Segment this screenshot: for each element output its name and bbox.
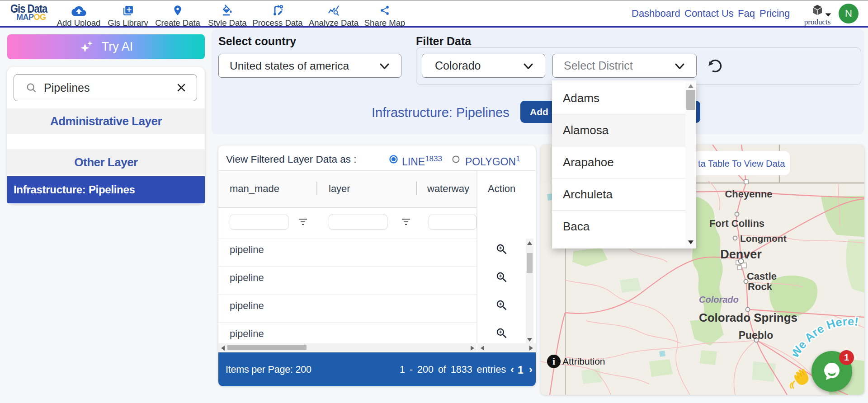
svg-text:Fort Collins: Fort Collins <box>709 218 764 229</box>
svg-text:Longmont: Longmont <box>740 233 787 244</box>
svg-text:Colorado Springs: Colorado Springs <box>699 311 797 324</box>
svg-text:Denver: Denver <box>720 248 762 261</box>
svg-text:Cheyenne: Cheyenne <box>725 188 772 200</box>
svg-text:Colorado: Colorado <box>699 295 739 305</box>
svg-text:Rock: Rock <box>748 281 773 292</box>
svg-text:Pueblo: Pueblo <box>739 329 774 341</box>
svg-text:Castle: Castle <box>747 271 777 282</box>
